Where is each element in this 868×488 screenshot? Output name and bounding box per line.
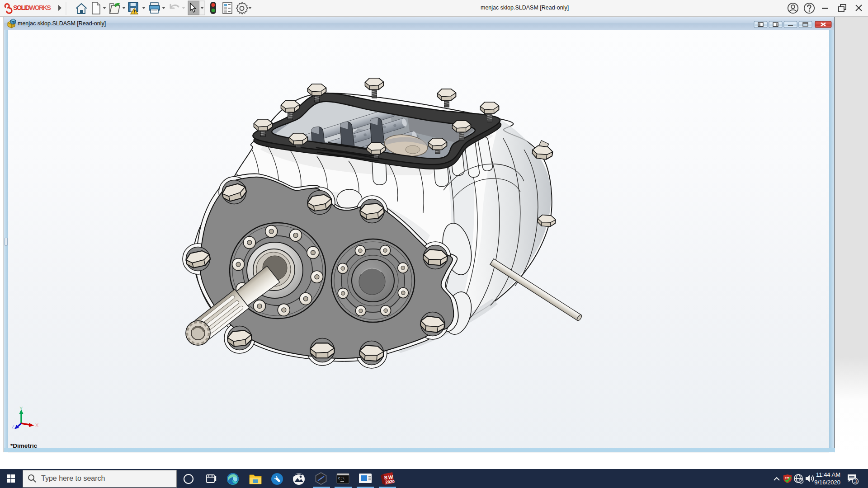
svg-text:Y: Y (19, 406, 23, 411)
svg-text:sw: sw (785, 476, 789, 479)
svg-text:3: 3 (854, 479, 857, 484)
svg-text:X: X (35, 422, 39, 428)
svg-text:Z: Z (12, 424, 14, 429)
svg-text:C:\: C:\ (338, 476, 345, 480)
svg-text:2020: 2020 (385, 479, 395, 484)
svg-text:SOLIDWORKS: SOLIDWORKS (13, 4, 51, 11)
